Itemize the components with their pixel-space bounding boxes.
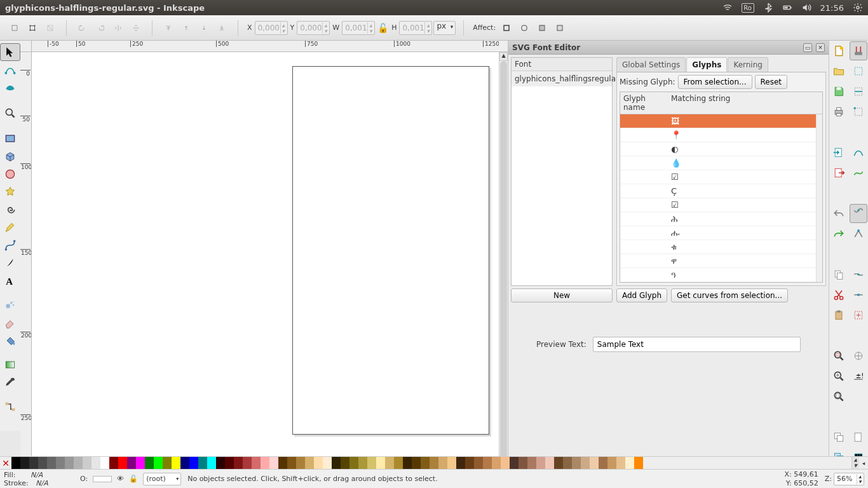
- glyph-row[interactable]: ☑: [620, 198, 822, 212]
- glyph-row[interactable]: ዋ: [620, 254, 822, 268]
- select-bbox-button[interactable]: [24, 20, 41, 36]
- text-tool[interactable]: A: [0, 272, 20, 290]
- panel-close-icon[interactable]: ✕: [816, 43, 825, 52]
- color-swatch[interactable]: [163, 457, 172, 469]
- zoom-input[interactable]: 56%▲▼: [834, 473, 864, 485]
- color-swatch[interactable]: [243, 457, 252, 469]
- gradient-tool[interactable]: [0, 356, 20, 374]
- color-swatch[interactable]: [438, 457, 447, 469]
- connector-tool[interactable]: [0, 398, 20, 416]
- layer-select[interactable]: (root): [143, 473, 181, 485]
- tweak-tool[interactable]: [0, 79, 20, 97]
- cut-button[interactable]: [830, 285, 848, 304]
- color-swatch[interactable]: [447, 457, 456, 469]
- color-swatch[interactable]: [269, 457, 278, 469]
- zoom-page-button[interactable]: [830, 387, 848, 406]
- color-swatch[interactable]: [563, 457, 572, 469]
- select-all-layers-button[interactable]: [6, 20, 23, 36]
- color-swatch[interactable]: [616, 457, 625, 469]
- undo-button[interactable]: [830, 204, 848, 223]
- add-glyph-button[interactable]: Add Glyph: [616, 288, 667, 302]
- color-swatch[interactable]: [83, 457, 92, 469]
- bezier-tool[interactable]: [0, 236, 20, 254]
- x-input[interactable]: 0,000▲▼: [255, 21, 288, 35]
- color-swatch[interactable]: [154, 457, 163, 469]
- get-curves-button[interactable]: Get curves from selection...: [671, 288, 788, 302]
- rotate-cw-button[interactable]: [92, 20, 109, 36]
- color-swatch[interactable]: [74, 457, 83, 469]
- color-swatch[interactable]: [492, 457, 501, 469]
- spray-tool[interactable]: [0, 296, 20, 314]
- flip-vertical-button[interactable]: [128, 20, 144, 36]
- clock[interactable]: 21:56: [820, 3, 844, 13]
- zoom-tool[interactable]: [0, 104, 20, 122]
- glyph-row[interactable]: 🖼: [620, 114, 822, 128]
- color-swatch[interactable]: [349, 457, 358, 469]
- color-swatch[interactable]: [225, 457, 234, 469]
- color-swatch[interactable]: [430, 457, 438, 469]
- snap-bbox-button[interactable]: [850, 62, 868, 81]
- glyph-row[interactable]: Ç: [620, 184, 822, 198]
- deselect-button[interactable]: [42, 20, 58, 36]
- eraser-tool[interactable]: [0, 314, 20, 332]
- node-tool[interactable]: ▸: [0, 61, 20, 79]
- snap-rotation-center-button[interactable]: [850, 346, 868, 365]
- paste-button[interactable]: [830, 306, 848, 325]
- color-swatch[interactable]: [572, 457, 581, 469]
- color-swatch[interactable]: [29, 457, 38, 469]
- glyph-row[interactable]: ዓ: [620, 268, 822, 282]
- import-button[interactable]: [830, 143, 848, 162]
- ruler-horizontal[interactable]: -505025050075010001250: [32, 41, 499, 52]
- color-swatch[interactable]: [403, 457, 412, 469]
- new-doc-button[interactable]: [830, 41, 848, 60]
- color-swatch[interactable]: [599, 457, 607, 469]
- font-list-item[interactable]: glyphicons_halflingsregular: [512, 71, 612, 86]
- tab-kerning[interactable]: Kerning: [728, 57, 768, 72]
- tab-glyphs[interactable]: Glyphs: [686, 57, 727, 72]
- snap-node-button[interactable]: [850, 143, 868, 162]
- settings-gear-icon[interactable]: [853, 3, 863, 13]
- vertical-scrollbar[interactable]: ▲▼: [499, 52, 508, 478]
- color-swatch[interactable]: [172, 457, 180, 469]
- color-swatch[interactable]: [465, 457, 474, 469]
- color-swatch[interactable]: [136, 457, 145, 469]
- color-swatch[interactable]: [234, 457, 243, 469]
- snap-bbox-corner-button[interactable]: [850, 102, 868, 121]
- color-swatch[interactable]: [385, 457, 394, 469]
- duplicate-button[interactable]: [830, 428, 848, 447]
- color-swatch[interactable]: [65, 457, 74, 469]
- color-swatch[interactable]: [527, 457, 536, 469]
- color-swatch[interactable]: [625, 457, 634, 469]
- color-swatch[interactable]: [47, 457, 56, 469]
- color-swatch[interactable]: [287, 457, 296, 469]
- color-swatch[interactable]: [252, 457, 261, 469]
- selector-tool[interactable]: [0, 43, 20, 61]
- color-swatch[interactable]: [100, 457, 109, 469]
- color-swatch[interactable]: [421, 457, 430, 469]
- layer-lock-icon[interactable]: 🔓: [129, 475, 138, 483]
- color-swatch[interactable]: [607, 457, 616, 469]
- glyph-row[interactable]: ሑ: [620, 226, 822, 240]
- color-swatch[interactable]: [207, 457, 216, 469]
- color-swatch[interactable]: [56, 457, 65, 469]
- panel-minimize-icon[interactable]: ▭: [803, 43, 812, 52]
- bluetooth-icon[interactable]: [763, 3, 773, 13]
- color-swatch[interactable]: [189, 457, 198, 469]
- col-glyph-name[interactable]: Glyph name: [620, 92, 668, 114]
- color-swatch[interactable]: [118, 457, 127, 469]
- h-input[interactable]: 0,001▲▼: [399, 21, 432, 35]
- tab-global-settings[interactable]: Global Settings: [616, 57, 686, 72]
- dropper-tool[interactable]: [0, 374, 20, 391]
- ruler-origin[interactable]: [20, 41, 32, 52]
- color-swatch[interactable]: [20, 457, 29, 469]
- palette-scroll[interactable]: ▲▼: [851, 457, 859, 469]
- affect-corners-button[interactable]: [516, 20, 532, 36]
- affect-stroke-button[interactable]: [498, 20, 515, 36]
- lower-to-bottom-button[interactable]: [214, 20, 230, 36]
- glyph-row[interactable]: 💧: [620, 156, 822, 170]
- color-swatch[interactable]: [314, 457, 323, 469]
- color-swatch[interactable]: [501, 457, 510, 469]
- color-swatch[interactable]: [296, 457, 305, 469]
- palette-menu-icon[interactable]: ◂: [859, 457, 868, 469]
- volume-icon[interactable]: [801, 3, 811, 13]
